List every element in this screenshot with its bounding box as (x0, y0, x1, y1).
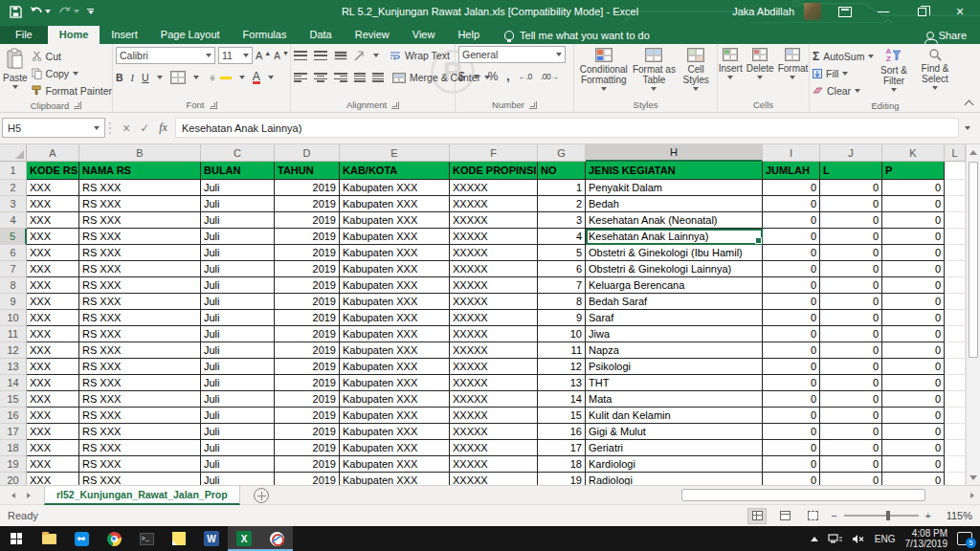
redo-dropdown-icon[interactable] (74, 10, 79, 13)
increase-decimal-button[interactable]: ←.0 (519, 72, 532, 81)
cell-E6[interactable]: Kabupaten XXX (340, 245, 450, 261)
clipboard-dialog-launcher-icon[interactable] (74, 101, 81, 109)
cell-C14[interactable]: Juli (201, 375, 275, 391)
header-cell[interactable]: JENIS KEGIATAN (586, 162, 763, 180)
cell-A8[interactable]: XXX (27, 277, 79, 294)
start-button[interactable] (0, 526, 33, 551)
italic-button[interactable]: I (131, 73, 135, 83)
currency-dropdown-icon[interactable] (474, 75, 479, 78)
row-header-9[interactable]: 9 (0, 294, 27, 310)
cell-G12[interactable]: 11 (538, 342, 586, 359)
avatar[interactable] (804, 3, 821, 20)
language-indicator[interactable]: ENG (875, 534, 896, 544)
cell-F18[interactable]: XXXXX (450, 440, 538, 456)
cell-B17[interactable]: RS XXX (79, 424, 201, 440)
cell-B7[interactable]: RS XXX (79, 261, 201, 277)
cell-D8[interactable]: 2019 (275, 277, 340, 294)
cell-K12[interactable]: 0 (882, 342, 945, 359)
cell-D6[interactable]: 2019 (275, 245, 340, 261)
cell-E11[interactable]: Kabupaten XXX (340, 326, 450, 342)
row-header-20[interactable]: 20 (0, 473, 27, 485)
cell-C10[interactable]: Juli (201, 310, 275, 326)
cell-I10[interactable]: 0 (763, 310, 820, 326)
cell-K20[interactable]: 0 (882, 473, 945, 485)
cell-B9[interactable]: RS XXX (79, 294, 201, 310)
cell-E10[interactable]: Kabupaten XXX (340, 310, 450, 326)
header-cell[interactable]: P (882, 162, 945, 180)
cell-partial[interactable] (945, 229, 966, 245)
cell-G13[interactable]: 12 (538, 359, 586, 375)
orientation-icon[interactable] (354, 51, 367, 61)
page-break-view-button[interactable] (803, 508, 822, 524)
cell-J9[interactable]: 0 (820, 294, 882, 310)
cell-J5[interactable]: 0 (820, 229, 882, 245)
zoom-thumb[interactable] (886, 511, 890, 520)
cell-H14[interactable]: THT (586, 375, 763, 391)
cell-I11[interactable]: 0 (763, 326, 820, 342)
cell-A13[interactable]: XXX (27, 359, 79, 375)
cell-B16[interactable]: RS XXX (79, 408, 201, 424)
enter-check-icon[interactable]: ✓ (140, 121, 149, 135)
cell-H17[interactable]: Gigi & Mulut (586, 424, 763, 440)
header-cell[interactable]: L (820, 162, 882, 180)
wrap-text-button[interactable]: Wrap Text (390, 48, 450, 64)
cell-D10[interactable]: 2019 (275, 310, 340, 326)
customize-qat-button[interactable] (87, 9, 94, 14)
page-layout-view-button[interactable] (775, 508, 794, 524)
tab-insert[interactable]: Insert (100, 26, 149, 44)
cell-D2[interactable]: 2019 (275, 180, 340, 196)
expand-formula-bar-icon[interactable] (965, 126, 970, 130)
cell-C15[interactable]: Juli (201, 391, 275, 408)
cell-F3[interactable]: XXXXX (450, 196, 538, 212)
cell-C3[interactable]: Juli (201, 196, 275, 212)
cell-partial[interactable] (945, 424, 966, 440)
cell-D16[interactable]: 2019 (275, 408, 340, 424)
cell-partial[interactable] (945, 212, 966, 229)
row-header-7[interactable]: 7 (0, 261, 27, 277)
fill-color-button[interactable] (207, 74, 232, 82)
cell-K18[interactable]: 0 (882, 440, 945, 456)
font-size-combo[interactable]: 11 (218, 47, 253, 64)
tell-me-box[interactable]: Tell me what you want to do (504, 30, 650, 44)
cell-K5[interactable]: 0 (882, 229, 945, 245)
cell-K19[interactable]: 0 (882, 456, 945, 473)
column-header-K[interactable]: K (882, 144, 945, 162)
column-header-F[interactable]: F (450, 144, 538, 162)
cell-K3[interactable]: 0 (882, 196, 945, 212)
row-header-8[interactable]: 8 (0, 277, 27, 294)
cell-E3[interactable]: Kabupaten XXX (340, 196, 450, 212)
cell-F7[interactable]: XXXXX (450, 261, 538, 277)
cell-K8[interactable]: 0 (882, 277, 945, 294)
tab-data[interactable]: Data (298, 26, 343, 44)
cell-A3[interactable]: XXX (27, 196, 79, 212)
cell-A14[interactable]: XXX (27, 375, 79, 391)
cell-A15[interactable]: XXX (27, 391, 79, 408)
currency-button[interactable]: $ (458, 70, 465, 83)
font-name-combo[interactable]: Calibri (116, 47, 215, 64)
cell-B8[interactable]: RS XXX (79, 277, 201, 294)
row-header-12[interactable]: 12 (0, 342, 27, 359)
cell-A11[interactable]: XXX (27, 326, 79, 342)
cell-I7[interactable]: 0 (763, 261, 820, 277)
cell-J14[interactable]: 0 (820, 375, 882, 391)
cell-B19[interactable]: RS XXX (79, 456, 201, 473)
header-cell[interactable]: NAMA RS (79, 162, 201, 180)
cell-E17[interactable]: Kabupaten XXX (340, 424, 450, 440)
cell-G4[interactable]: 3 (538, 212, 586, 229)
action-center-icon[interactable]: 5 (957, 532, 972, 545)
delete-cells-button[interactable]: Delete (746, 46, 774, 79)
cell-partial[interactable] (945, 245, 966, 261)
cell-partial[interactable] (945, 473, 966, 485)
select-all-button[interactable] (0, 144, 27, 162)
cell-G8[interactable]: 7 (538, 277, 586, 294)
name-box[interactable]: H5 (2, 118, 105, 138)
cell-C16[interactable]: Juli (201, 408, 275, 424)
cancel-icon[interactable]: × (122, 121, 130, 136)
cell-H15[interactable]: Mata (586, 391, 763, 408)
cell-F2[interactable]: XXXXX (450, 180, 538, 196)
new-sheet-button[interactable] (254, 488, 269, 503)
cell-styles-button[interactable]: Cell Styles (678, 46, 714, 91)
format-as-table-button[interactable]: Format as Table (633, 46, 677, 91)
cell-B4[interactable]: RS XXX (79, 212, 201, 229)
normal-view-button[interactable] (747, 508, 767, 524)
